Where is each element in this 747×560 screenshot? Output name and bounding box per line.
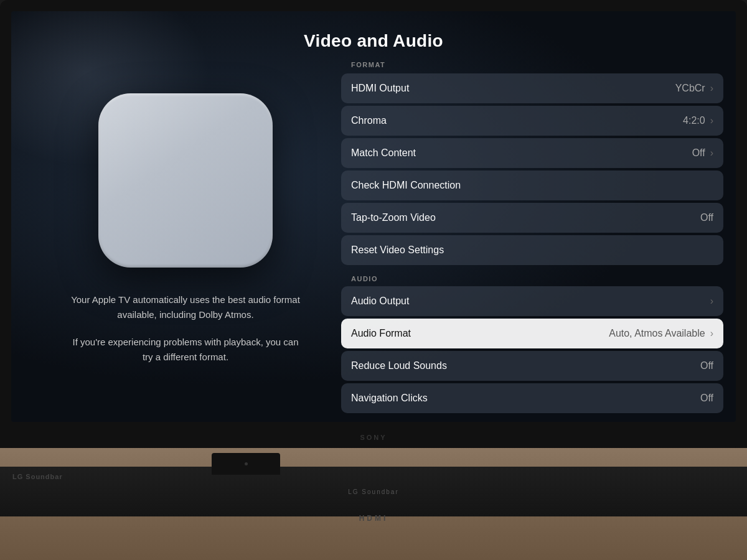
tv-screen: Video and Audio Your Apple TV automatica… (11, 11, 736, 422)
format-section-label: FORMAT (341, 61, 723, 72)
navigation-clicks-row[interactable]: Navigation Clicks Off (341, 383, 723, 413)
soundbar: LG Soundbar (0, 467, 747, 516)
atv-status-light (245, 462, 248, 465)
audio-output-row[interactable]: Audio Output › (341, 286, 723, 316)
navigation-clicks-right: Off (700, 393, 713, 404)
page-title: Video and Audio (11, 31, 736, 51)
chevron-icon: › (710, 328, 713, 339)
hdmi-output-value: YCbCr (675, 83, 705, 94)
reduce-loud-sounds-row[interactable]: Reduce Loud Sounds Off (341, 351, 723, 381)
chevron-icon: › (710, 83, 713, 94)
audio-output-right: › (710, 296, 713, 307)
reduce-loud-sounds-right: Off (700, 360, 713, 371)
match-content-label: Match Content (351, 147, 692, 159)
hdmi-output-label: HDMI Output (351, 83, 675, 94)
description-text: Your Apple TV automatically uses the bes… (67, 292, 304, 377)
chroma-row[interactable]: Chroma 4:2:0 › (341, 106, 723, 136)
hdmi-output-right: YCbCr › (675, 83, 713, 94)
audio-section-label: AUDIO (341, 268, 723, 286)
left-panel: Your Apple TV automatically uses the bes… (36, 61, 335, 409)
lg-soundbar-label: LG Soundbar (12, 473, 63, 480)
soundbar-label: LG Soundbar (348, 488, 399, 495)
hdmi-output-row[interactable]: HDMI Output YCbCr › (341, 73, 723, 103)
reset-video-label: Reset Video Settings (351, 245, 713, 256)
description-line1: Your Apple TV automatically uses the bes… (67, 292, 304, 322)
reduce-loud-sounds-value: Off (700, 360, 713, 371)
navigation-clicks-value: Off (700, 393, 713, 404)
match-content-value: Off (692, 147, 705, 159)
tap-to-zoom-label: Tap-to-Zoom Video (351, 212, 700, 223)
chevron-icon: › (710, 296, 713, 307)
tap-to-zoom-value: Off (700, 212, 713, 223)
tv-outer: Video and Audio Your Apple TV automatica… (0, 0, 747, 448)
check-hdmi-row[interactable]: Check HDMI Connection (341, 170, 723, 200)
sony-logo: SONY (360, 434, 387, 441)
apple-tv-illustration (98, 93, 273, 268)
tap-to-zoom-row[interactable]: Tap-to-Zoom Video Off (341, 203, 723, 233)
chroma-label: Chroma (351, 115, 683, 126)
reduce-loud-sounds-label: Reduce Loud Sounds (351, 360, 700, 371)
audio-format-label: Audio Format (351, 328, 609, 339)
check-hdmi-label: Check HDMI Connection (351, 180, 713, 191)
apple-tv-box (212, 453, 280, 475)
chroma-value: 4:2:0 (683, 115, 705, 126)
audio-format-value: Auto, Atmos Available (609, 328, 705, 339)
reset-video-row[interactable]: Reset Video Settings (341, 235, 723, 265)
chevron-icon: › (710, 147, 713, 159)
chevron-icon: › (710, 115, 713, 126)
right-panel: FORMAT HDMI Output YCbCr › Chroma 4:2:0 … (341, 61, 723, 416)
tv-bottom-bezel: SONY (11, 423, 736, 451)
description-line2: If you're experiencing problems with pla… (67, 335, 304, 365)
navigation-clicks-label: Navigation Clicks (351, 393, 700, 404)
chroma-right: 4:2:0 › (683, 115, 713, 126)
match-content-row[interactable]: Match Content Off › (341, 138, 723, 168)
hdmi-label: HDMI (359, 514, 388, 523)
audio-output-label: Audio Output (351, 296, 710, 307)
audio-format-right: Auto, Atmos Available › (609, 328, 713, 339)
match-content-right: Off › (692, 147, 713, 159)
tap-to-zoom-right: Off (700, 212, 713, 223)
audio-format-row[interactable]: Audio Format Auto, Atmos Available › (341, 319, 723, 348)
